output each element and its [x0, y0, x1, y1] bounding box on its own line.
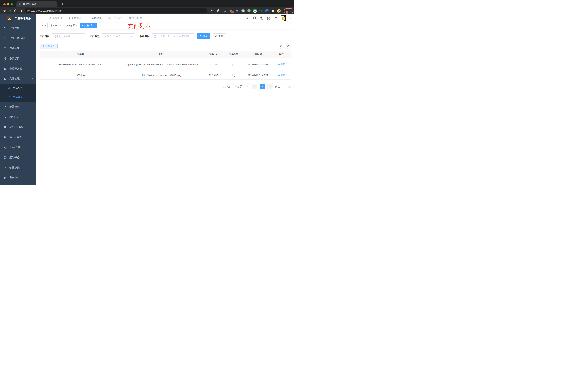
window-zoom-button[interactable] — [11, 3, 13, 5]
trash-icon — [278, 63, 280, 65]
filter-date-label: 创建时间 — [140, 35, 149, 38]
topnav-item-reports[interactable]: 统计报表 — [128, 16, 142, 20]
search-button-label: 搜索 — [203, 35, 208, 38]
chevron-up-icon — [31, 78, 33, 80]
browser-tab[interactable]: 芋道管理系统 × — [16, 1, 57, 7]
recorder-extension-icon[interactable] — [246, 8, 251, 13]
sidebar-item-form-builder[interactable]: 表单构建 — [0, 43, 36, 53]
tab-close-icon[interactable]: × — [52, 3, 55, 6]
topnav-label: 统计报表 — [132, 16, 142, 20]
tag-file-list[interactable]: 文件列表 × — [80, 23, 97, 28]
sidebar-item-api-log[interactable]: API 日志 — [0, 112, 36, 122]
page-number-button[interactable]: 1 — [260, 84, 265, 89]
tag-label: 文件列表 — [84, 24, 93, 27]
home-icon[interactable] — [18, 8, 23, 13]
sidebar-item-java-monitor[interactable]: Java 监控 — [0, 142, 36, 152]
upload-file-button[interactable]: 上传文件 — [40, 43, 58, 49]
password-key-icon[interactable] — [209, 8, 215, 13]
file-type-select[interactable]: 请选择文件类型 — [102, 33, 135, 39]
tag-profile[interactable]: 个人中心 × — [49, 23, 63, 28]
cell-time: 2022-03-16 23:07:27 — [242, 71, 272, 79]
date-range-picker[interactable]: 开始日期 - 结束日期 — [152, 33, 195, 39]
window-close-button[interactable] — [3, 3, 6, 5]
share-icon[interactable] — [216, 8, 221, 13]
back-icon[interactable] — [2, 8, 7, 13]
pagination: 共 2 条 10条/页 1 前往 — [40, 84, 291, 89]
tag-file-config[interactable]: 文件配置 × — [64, 23, 79, 28]
cell-filename: a294ecb2-73dd-4353-bf40-296b8931d0bf — [40, 58, 121, 71]
star-extension-icon[interactable] — [258, 8, 263, 13]
show-search-button[interactable] — [279, 44, 284, 49]
page-info-icon[interactable] — [27, 9, 30, 12]
puzzle-extensions-icon[interactable] — [270, 8, 275, 13]
sidebar-item-mysql-monitor[interactable]: MySQL 监控 — [0, 122, 36, 132]
eye-extension-icon[interactable] — [264, 8, 269, 13]
topnav-item-infrastructure[interactable]: 基础设施 — [88, 16, 102, 20]
sidebar-item-config-management[interactable]: 配置管理 — [0, 102, 36, 112]
fullscreen-icon[interactable] — [267, 16, 271, 20]
github-icon[interactable] — [253, 16, 256, 20]
sidebar-collapse-icon[interactable] — [40, 16, 44, 20]
sidebar-logo[interactable]: 芋道管理系统 — [0, 14, 36, 23]
prev-page-button[interactable] — [252, 84, 257, 89]
sidebar-item-label: 表单构建 — [9, 47, 20, 50]
sidebar-item-code-gen[interactable]: 代码生成 — [0, 23, 36, 33]
delete-button[interactable]: 删除 — [278, 73, 285, 77]
topnav-item-workflow[interactable]: 工作流程 — [108, 16, 122, 20]
bookmark-star-icon[interactable]: ☆ — [222, 8, 228, 13]
new-tab-button[interactable]: + — [60, 2, 65, 7]
reset-button[interactable]: 重置 — [212, 33, 226, 39]
sidebar-item-file-config[interactable]: 文件配置 — [0, 84, 36, 93]
search-icon[interactable] — [245, 16, 249, 20]
y-extension-icon[interactable]: y — [252, 8, 257, 13]
table-row[interactable]: a294ecb2-73dd-4353-bf40-296b8931d0bf htt… — [40, 58, 291, 71]
upload-button-label: 上传文件 — [45, 45, 55, 48]
browser-update-button[interactable]: 更新 ⋮ — [284, 9, 294, 13]
browser-extension-pinned-icon[interactable]: 11 — [229, 8, 233, 13]
forward-icon[interactable] — [7, 8, 13, 13]
tag-label: 个人中心 — [51, 24, 59, 27]
font-size-icon[interactable]: TT — [274, 17, 277, 20]
sidebar-item-system-api[interactable]: 系统接口 — [0, 53, 36, 64]
next-page-button[interactable] — [267, 84, 273, 89]
search-button[interactable]: 搜索 — [197, 33, 210, 39]
url-bar[interactable]: 127.0.0.1:1024/infra/file/file — [25, 8, 207, 13]
sidebar-item-label: 文件列表 — [13, 96, 23, 99]
file-path-input[interactable] — [54, 35, 83, 38]
help-icon[interactable]: ? — [260, 16, 263, 20]
tag-home[interactable]: 首页 — [40, 23, 48, 28]
sidebar-item-label: 日志中心 — [9, 176, 20, 179]
date-end-placeholder[interactable]: 结束日期 — [175, 35, 193, 38]
browser-menu-icon[interactable]: ⋮ — [289, 9, 292, 12]
sidebar-item-file-list[interactable]: 文件列表 — [0, 93, 36, 102]
window-minimize-button[interactable] — [7, 3, 9, 5]
avatar[interactable] — [281, 15, 286, 21]
avatar-caret-icon[interactable]: ▾ — [290, 17, 291, 19]
sidebar-item-redis-monitor[interactable]: Redis 监控 — [0, 132, 36, 142]
tag-label: 首页 — [42, 24, 46, 27]
emoji-extension-icon[interactable] — [276, 8, 281, 13]
delete-button[interactable]: 删除 — [278, 62, 285, 66]
sidebar-item-file-management[interactable]: 文件管理 — [0, 74, 36, 84]
refresh-table-button[interactable] — [286, 44, 291, 49]
reload-icon[interactable] — [13, 8, 18, 13]
sidebar-item-tracing[interactable]: 链路追踪 — [0, 163, 36, 173]
goto-page-input[interactable] — [281, 84, 287, 89]
command-extension-icon[interactable]: ⌘ — [241, 8, 245, 13]
screen-monitor-icon — [4, 146, 7, 149]
sidebar-item-code-gen-demo[interactable]: 代码生成示例 — [0, 33, 36, 43]
date-start-placeholder[interactable]: 开始日期 — [156, 35, 174, 38]
logo-rabbit-image — [7, 16, 12, 22]
sidebar-item-scheduled-tasks[interactable]: 定时任务 — [0, 152, 36, 163]
top-navigation: 系统管理 ¥ 支付管理 基础设施 工作流程 统计报表 — [49, 16, 142, 20]
tag-close-icon[interactable]: × — [94, 24, 95, 27]
topnav-item-system[interactable]: 系统管理 — [49, 16, 62, 20]
sidebar-item-log-center[interactable]: 日志中心 — [0, 173, 36, 183]
tag-close-icon[interactable]: × — [76, 24, 77, 27]
topnav-item-payment[interactable]: ¥ 支付管理 — [69, 16, 82, 20]
page-size-select[interactable]: 10条/页 — [233, 84, 250, 89]
gem-extension-icon[interactable] — [235, 8, 240, 13]
table-row[interactable]: 1000.jpeg http://test.yudao.iocoder.cn/1… — [40, 71, 291, 79]
tag-close-icon[interactable]: × — [60, 24, 61, 27]
sidebar-item-db-doc[interactable]: 数据库文档 — [0, 64, 36, 74]
